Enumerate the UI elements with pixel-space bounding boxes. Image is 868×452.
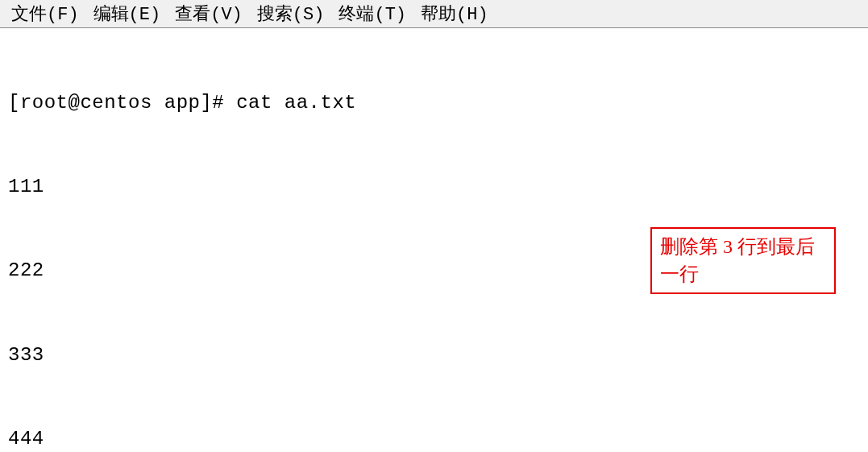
terminal-output: 444	[8, 425, 860, 452]
menu-help[interactable]: 帮助(H)	[421, 2, 488, 26]
terminal-line: [root@centos app]# cat aa.txt	[8, 89, 860, 118]
terminal-output: 333	[8, 342, 860, 370]
command-text: cat aa.txt	[236, 92, 356, 114]
terminal-output: 111	[8, 173, 860, 201]
annotation-text: 删除第 3 行到最后一行	[660, 236, 815, 284]
shell-prompt: [root@centos app]#	[8, 92, 236, 114]
menu-file[interactable]: 文件(F)	[11, 2, 79, 26]
menubar: 文件(F) 编辑(E) 查看(V) 搜索(S) 终端(T) 帮助(H)	[0, 0, 868, 28]
menu-terminal[interactable]: 终端(T)	[338, 2, 406, 26]
annotation-box: 删除第 3 行到最后一行	[650, 227, 836, 294]
menu-view[interactable]: 查看(V)	[175, 2, 243, 26]
menu-edit[interactable]: 编辑(E)	[93, 2, 161, 26]
menu-search[interactable]: 搜索(S)	[257, 2, 325, 26]
